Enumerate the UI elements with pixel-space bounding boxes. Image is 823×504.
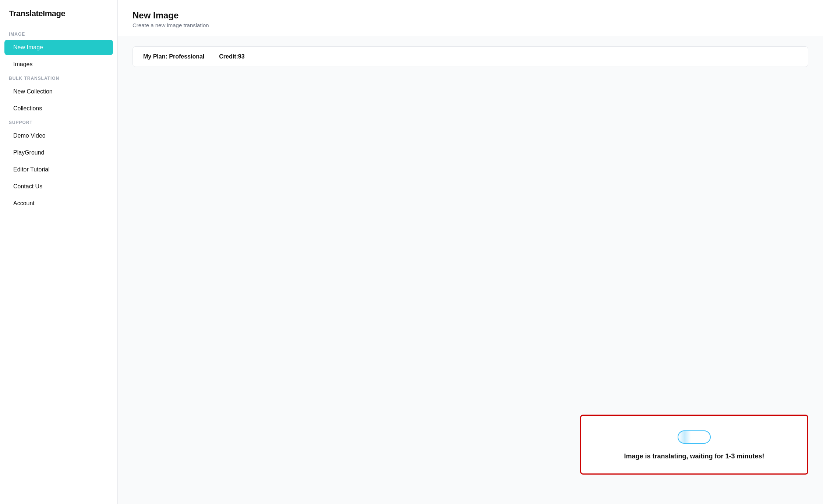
sidebar-item-account[interactable]: Account [4, 196, 113, 211]
translation-status-wrapper: Image is translating, waiting for 1-3 mi… [580, 415, 808, 475]
translation-status-message: Image is translating, waiting for 1-3 mi… [624, 452, 764, 460]
sidebar-section-bulk: BULK TRANSLATION [0, 73, 117, 83]
sidebar-item-collections[interactable]: Collections [4, 101, 113, 116]
app-logo: TranslateImage [0, 9, 117, 29]
credit-label: Credit:93 [219, 53, 244, 60]
sidebar-item-playground[interactable]: PlayGround [4, 145, 113, 160]
sidebar-item-demo-video[interactable]: Demo Video [4, 128, 113, 143]
plan-bar: My Plan: Professional Credit:93 [133, 46, 808, 67]
sidebar-item-new-collection[interactable]: New Collection [4, 84, 113, 99]
translation-status-box: Image is translating, waiting for 1-3 mi… [580, 415, 808, 475]
plan-label: My Plan: Professional [143, 53, 204, 60]
page-header: New Image Create a new image translation [118, 0, 823, 36]
sidebar-section-support: SUPPORT [0, 117, 117, 127]
main-body: My Plan: Professional Credit:93 Image is… [118, 36, 823, 504]
loading-indicator [678, 430, 711, 444]
main-content: New Image Create a new image translation… [118, 0, 823, 504]
sidebar-item-new-image[interactable]: New Image [4, 40, 113, 55]
sidebar-item-contact-us[interactable]: Contact Us [4, 179, 113, 194]
page-subtitle: Create a new image translation [133, 22, 808, 28]
page-title: New Image [133, 10, 808, 21]
sidebar: TranslateImage IMAGE New Image Images BU… [0, 0, 118, 504]
sidebar-item-images[interactable]: Images [4, 57, 113, 72]
sidebar-section-image: IMAGE [0, 29, 117, 39]
sidebar-item-editor-tutorial[interactable]: Editor Tutorial [4, 162, 113, 177]
